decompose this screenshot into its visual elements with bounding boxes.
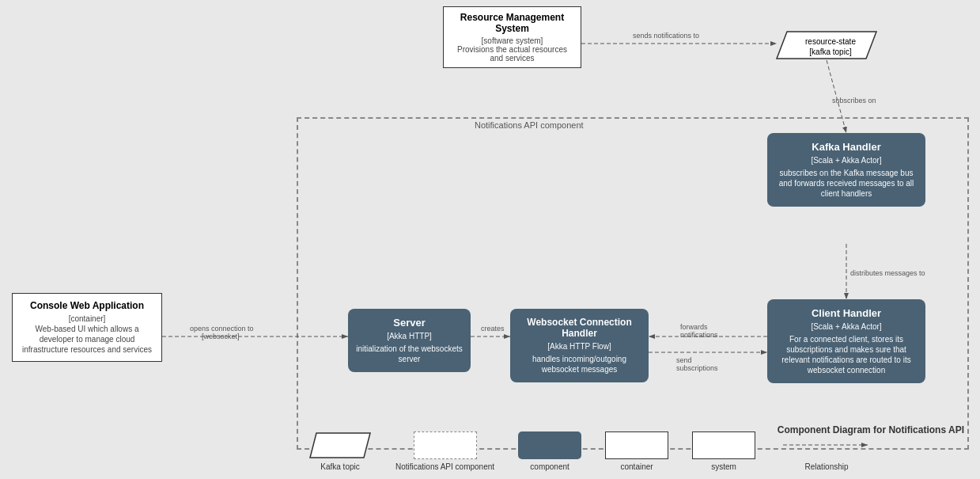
resource-mgmt-desc: Provisions the actual resources and serv…: [450, 45, 574, 63]
legend-kafka-label: Kafka topic: [320, 462, 359, 471]
sends-notifications-label: sends notifications to: [633, 32, 699, 40]
kafka-handler-desc: subscribes on the Kafka message bus and …: [775, 168, 918, 199]
legend-notifications-api: Notifications API component: [395, 431, 494, 471]
legend-dashed-box: [414, 431, 477, 459]
client-handler-desc: For a connected client, stores its subsc…: [775, 334, 918, 375]
client-handler-tech: [Scala + Akka Actor]: [775, 322, 918, 331]
legend-container: container: [605, 431, 668, 471]
console-app-title: Console Web Application: [19, 300, 155, 311]
client-handler-box: Client Handler [Scala + Akka Actor] For …: [767, 299, 925, 383]
kafka-handler-box: Kafka Handler [Scala + Akka Actor] subsc…: [767, 133, 925, 207]
legend-container-box: [605, 431, 668, 459]
websocket-handler-box: Websocket Connection Handler [Akka HTTP …: [510, 309, 649, 382]
kafka-handler-title: Kafka Handler: [775, 141, 918, 153]
websocket-handler-title: Websocket Connection Handler: [518, 317, 641, 339]
kafka-topic-label: resource-state [kafka topic]: [787, 36, 874, 57]
server-desc: initialization of the websockets server: [356, 344, 463, 364]
server-tech: [Akka HTTP]: [356, 332, 463, 340]
legend: Kafka topic Notifications API component …: [308, 431, 874, 471]
legend-notifications-label: Notifications API component: [395, 462, 494, 471]
legend-system-label: system: [711, 462, 736, 471]
console-app-type: [container]: [19, 314, 155, 324]
resource-mgmt-title: Resource Management System: [450, 12, 574, 34]
subscribes-on-label: subscribes on: [832, 97, 876, 105]
opens-connection-label: opens connection to: [190, 325, 254, 333]
resource-mgmt-box: Resource Management System [software sys…: [443, 6, 581, 68]
client-handler-title: Client Handler: [775, 307, 918, 319]
console-app-box: Console Web Application [container] Web-…: [12, 293, 162, 362]
websocket-handler-tech: [Akka HTTP Flow]: [518, 342, 641, 351]
legend-relationship-arrow: [779, 431, 874, 459]
legend-component: component: [518, 431, 581, 471]
console-app-desc: Web-based UI which allows a developer to…: [19, 324, 155, 355]
resource-mgmt-type: [software system]: [450, 36, 574, 45]
svg-marker-10: [310, 433, 370, 458]
legend-relationship: Relationship: [779, 431, 874, 471]
legend-component-box: [518, 431, 581, 459]
legend-relationship-label: Relationship: [805, 462, 849, 471]
diagram-area: Resource Management System [software sys…: [0, 0, 980, 479]
legend-component-label: component: [530, 462, 569, 471]
kafka-topic-resource-state: resource-state [kafka topic]: [775, 30, 878, 60]
legend-system: system: [692, 431, 755, 471]
legend-container-label: container: [621, 462, 653, 471]
legend-system-box: [692, 431, 755, 459]
legend-kafka-topic: Kafka topic: [308, 431, 372, 471]
server-box: Server [Akka HTTP] initialization of the…: [348, 309, 471, 372]
websocket-handler-desc: handles incoming/outgoing websocket mess…: [518, 354, 641, 374]
server-title: Server: [356, 317, 463, 329]
notifications-boundary-label: Notifications API component: [475, 120, 584, 130]
opens-connection-label2: [websocket]: [202, 333, 240, 340]
kafka-handler-tech: [Scala + Akka Actor]: [775, 156, 918, 165]
